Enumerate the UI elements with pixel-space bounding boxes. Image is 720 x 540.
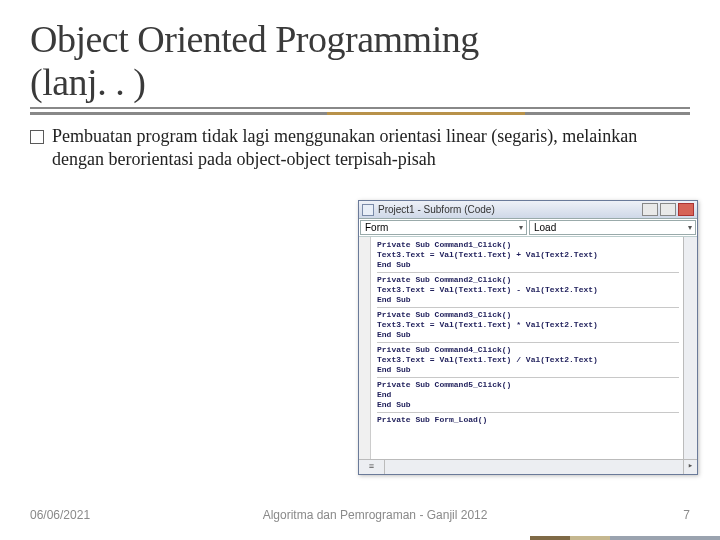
code-gutter — [359, 237, 371, 459]
window-titlebar: Project1 - Subform (Code) — [359, 201, 697, 219]
slide-title-line2: (lanj. . ) — [30, 61, 690, 110]
code-body: Private Sub Command1_Click() Text3.Text … — [359, 237, 697, 459]
maximize-button[interactable] — [660, 203, 676, 216]
slide-footer: 06/06/2021 Algoritma dan Pemrograman - G… — [30, 508, 690, 522]
bullet-item: Pembuatan program tidak lagi menggunakan… — [30, 125, 690, 171]
hscroll-track[interactable] — [385, 460, 683, 474]
horizontal-scrollbar[interactable]: ≡ ▸ — [359, 459, 697, 474]
window-icon — [362, 204, 374, 216]
window-title: Project1 - Subform (Code) — [378, 204, 495, 215]
footer-page-number: 7 — [660, 508, 690, 522]
bullet-text: Pembuatan program tidak lagi menggunakan… — [52, 125, 690, 171]
close-button[interactable] — [678, 203, 694, 216]
code-window: Project1 - Subform (Code) Form Load Priv… — [358, 200, 698, 475]
hscroll-arrow-right-icon[interactable]: ▸ — [683, 460, 697, 474]
code-text: Private Sub Command1_Click() Text3.Text … — [371, 237, 683, 459]
slide-title-line1: Object Oriented Programming — [30, 18, 690, 61]
code-dropdown-row: Form Load — [359, 219, 697, 237]
bullet-square-icon — [30, 130, 44, 144]
footer-date: 06/06/2021 — [30, 508, 90, 522]
slide: Object Oriented Programming (lanj. . ) P… — [0, 0, 720, 540]
view-mode-icon[interactable]: ≡ — [359, 460, 385, 474]
object-dropdown-value: Form — [365, 222, 388, 233]
procedure-dropdown[interactable]: Load — [529, 220, 696, 235]
object-dropdown[interactable]: Form — [360, 220, 527, 235]
footer-center: Algoritma dan Pemrograman - Ganjil 2012 — [90, 508, 660, 522]
minimize-button[interactable] — [642, 203, 658, 216]
vertical-scrollbar[interactable] — [683, 237, 697, 459]
title-underline — [30, 112, 690, 115]
procedure-dropdown-value: Load — [534, 222, 556, 233]
